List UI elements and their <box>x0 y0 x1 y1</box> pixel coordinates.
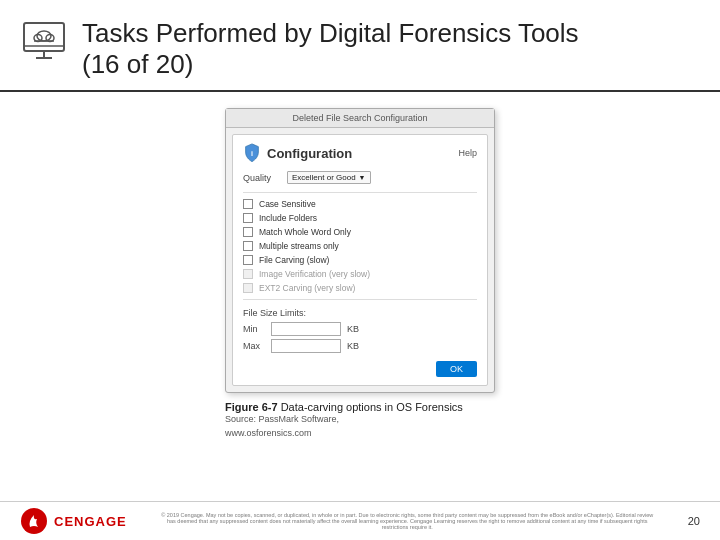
min-unit: KB <box>347 324 359 334</box>
checkbox-include-folders[interactable] <box>243 213 253 223</box>
checkbox-row-multiple-streams: Multiple streams only <box>243 239 477 253</box>
min-label: Min <box>243 324 265 334</box>
dialog-box: Deleted File Search Configuration i Conf… <box>225 108 495 393</box>
max-unit: KB <box>347 341 359 351</box>
quality-select[interactable]: Excellent or Good ▼ <box>287 171 371 184</box>
checkbox-label-include-folders: Include Folders <box>259 213 317 223</box>
header: Tasks Performed by Digital Forensics Too… <box>0 0 720 92</box>
cengage-logo: CENGAGE <box>20 507 127 535</box>
dropdown-arrow-icon: ▼ <box>359 174 366 181</box>
footer: CENGAGE © 2019 Cengage. May not be copie… <box>0 501 720 540</box>
cengage-icon <box>20 507 48 535</box>
checkbox-label-case-sensitive: Case Sensitive <box>259 199 316 209</box>
checkbox-label-file-carving: File Carving (slow) <box>259 255 329 265</box>
dialog-wrapper: Deleted File Search Configuration i Conf… <box>225 108 495 440</box>
figure-label: Figure 6-7 <box>225 401 278 413</box>
dialog-header-row: i Configuration Help <box>243 143 477 163</box>
config-title-row: i Configuration <box>243 143 352 163</box>
file-size-section: File Size Limits: Min KB Max KB <box>243 308 477 353</box>
min-input[interactable] <box>271 322 341 336</box>
checkbox-row-file-carving: File Carving (slow) <box>243 253 477 267</box>
checkbox-row-match-whole-word: Match Whole Word Only <box>243 225 477 239</box>
quality-label: Quality <box>243 173 281 183</box>
max-input[interactable] <box>271 339 341 353</box>
svg-text:i: i <box>251 149 253 158</box>
max-label: Max <box>243 341 265 351</box>
checkbox-label-multiple-streams: Multiple streams only <box>259 241 339 251</box>
checkbox-row-ext2-carving: EXT2 Carving (very slow) <box>243 281 477 295</box>
divider-2 <box>243 299 477 300</box>
checkbox-file-carving[interactable] <box>243 255 253 265</box>
checkbox-row-image-verification: Image Verification (very slow) <box>243 267 477 281</box>
dialog-inner: i Configuration Help Quality Excellent o… <box>232 134 488 386</box>
ok-button[interactable]: OK <box>436 361 477 377</box>
main-content: Deleted File Search Configuration i Conf… <box>0 92 720 440</box>
config-title-text: Configuration <box>267 146 352 161</box>
checkbox-match-whole-word[interactable] <box>243 227 253 237</box>
page-title: Tasks Performed by Digital Forensics Too… <box>82 18 579 80</box>
checkbox-label-ext2-carving: EXT2 Carving (very slow) <box>259 283 355 293</box>
caption-source-line2: www.osforensics.com <box>225 427 495 441</box>
checkbox-label-match-whole-word: Match Whole Word Only <box>259 227 351 237</box>
figure-title: Data-carving options in OS Forensics <box>281 401 463 413</box>
caption-area: Figure 6-7 Data-carving options in OS Fo… <box>225 401 495 440</box>
file-size-title: File Size Limits: <box>243 308 477 318</box>
checkbox-multiple-streams[interactable] <box>243 241 253 251</box>
caption-source-line1: Source: PassMark Software, <box>225 413 495 427</box>
monitor-icon <box>20 20 68 62</box>
checkbox-case-sensitive[interactable] <box>243 199 253 209</box>
svg-point-4 <box>37 31 51 41</box>
checkbox-list: Case Sensitive Include Folders Match Who… <box>243 197 477 295</box>
help-link[interactable]: Help <box>458 148 477 158</box>
file-size-max-row: Max KB <box>243 339 477 353</box>
checkbox-label-image-verification: Image Verification (very slow) <box>259 269 370 279</box>
checkbox-row-include-folders: Include Folders <box>243 211 477 225</box>
checkbox-image-verification[interactable] <box>243 269 253 279</box>
footer-left: CENGAGE <box>20 507 127 535</box>
footer-page-number: 20 <box>688 515 700 527</box>
checkbox-row-case-sensitive: Case Sensitive <box>243 197 477 211</box>
shield-icon: i <box>243 143 261 163</box>
svg-rect-0 <box>24 23 64 51</box>
dialog-titlebar: Deleted File Search Configuration <box>226 109 494 128</box>
checkbox-ext2-carving[interactable] <box>243 283 253 293</box>
cengage-brand-text: CENGAGE <box>54 514 127 529</box>
ok-row: OK <box>243 361 477 377</box>
divider <box>243 192 477 193</box>
quality-row: Quality Excellent or Good ▼ <box>243 171 477 184</box>
file-size-min-row: Min KB <box>243 322 477 336</box>
caption-title: Figure 6-7 Data-carving options in OS Fo… <box>225 401 495 413</box>
footer-copyright: © 2019 Cengage. May not be copies, scann… <box>157 512 657 530</box>
